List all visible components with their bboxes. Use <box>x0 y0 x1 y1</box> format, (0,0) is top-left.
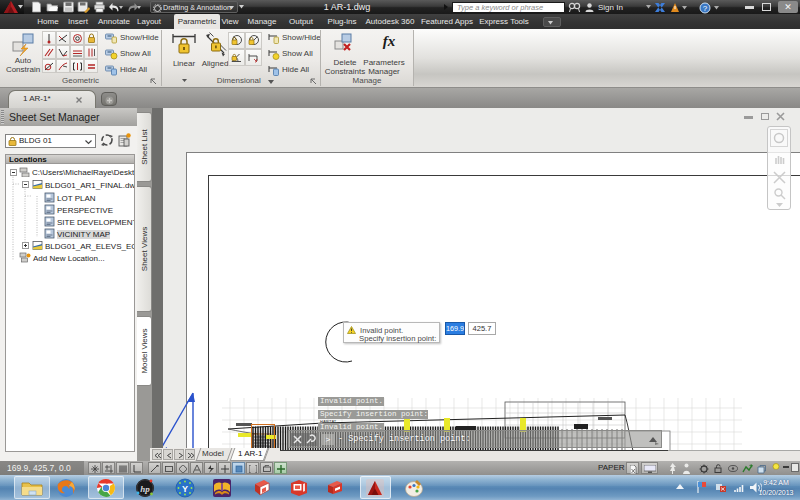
svg-text:?: ? <box>703 4 708 13</box>
svg-text:hp: hp <box>140 484 150 494</box>
svg-text:Y: Y <box>182 484 188 494</box>
